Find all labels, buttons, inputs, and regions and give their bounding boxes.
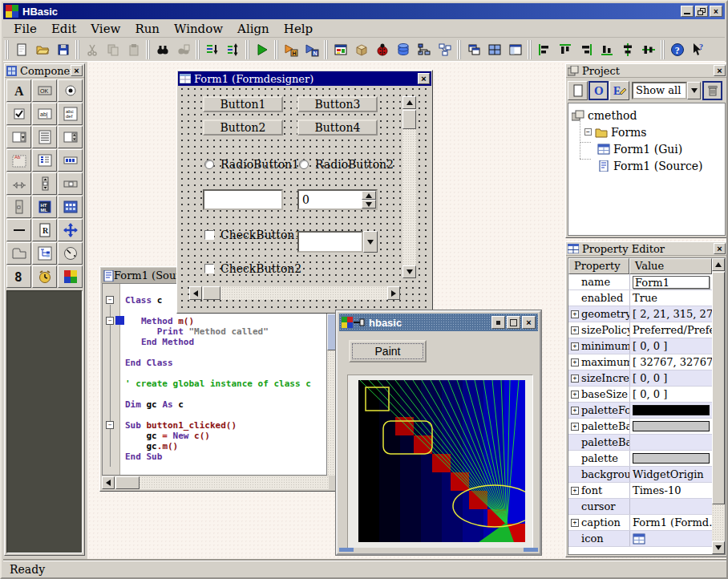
object-browser-button[interactable]: O xyxy=(588,81,609,100)
scroll-left-button[interactable] xyxy=(189,286,202,300)
scroll-up-button[interactable] xyxy=(402,96,416,109)
run-window-titlebar[interactable]: hbasic × xyxy=(339,314,538,331)
form-hscrollbar[interactable] xyxy=(189,286,400,300)
property-value[interactable]: [ 0, 0 ] xyxy=(629,370,712,386)
find-button[interactable] xyxy=(152,39,173,60)
property-row-font[interactable]: +fontTimes-10 xyxy=(568,483,712,499)
new-form-button[interactable] xyxy=(568,81,588,100)
property-value[interactable]: Form1 (Formd... xyxy=(629,515,712,530)
fold-collapse-icon[interactable]: − xyxy=(106,317,114,325)
run-maximize-button[interactable] xyxy=(507,316,520,329)
source-hscrollbar[interactable] xyxy=(102,476,329,489)
form-spinbox[interactable]: 0 xyxy=(297,189,378,210)
component-timer-button[interactable] xyxy=(32,265,57,288)
window-tile-button[interactable] xyxy=(484,39,505,60)
expand-icon[interactable]: + xyxy=(571,375,579,383)
property-row-minimumSize[interactable]: +minimumSize[ 0, 0 ] xyxy=(568,338,712,354)
form-button3[interactable]: Button3 xyxy=(297,96,378,112)
form-checkbutton2[interactable]: CheckButton2 xyxy=(204,262,301,275)
minimize-button[interactable] xyxy=(681,6,694,17)
code-line[interactable]: − Method m() xyxy=(103,316,326,326)
component-multilineedit-button[interactable]: abcdef xyxy=(58,103,83,125)
property-value[interactable]: True xyxy=(629,290,712,306)
code-line[interactable]: gc = New c() xyxy=(103,431,326,441)
expand-icon[interactable]: + xyxy=(571,342,579,350)
form-designer-close-button[interactable]: × xyxy=(418,73,430,84)
menu-edit[interactable]: Edit xyxy=(44,20,83,38)
spin-down-button[interactable] xyxy=(362,200,376,209)
property-value[interactable] xyxy=(629,499,712,514)
tree-item-cmethod[interactable]: cmethod xyxy=(572,107,637,123)
menu-window[interactable]: Window xyxy=(167,20,230,38)
component-tabwidget-button[interactable] xyxy=(6,242,31,265)
property-value[interactable]: [ 2, 21, 315, 276 ] xyxy=(629,306,712,322)
component-progressbar-button[interactable] xyxy=(58,149,83,172)
project-panel-titlebar[interactable]: Project × xyxy=(566,64,727,78)
form-checkbutton1[interactable]: CheckButton1 xyxy=(204,229,301,241)
value-column-header[interactable]: Value xyxy=(629,258,712,274)
run-html-button[interactable]: H xyxy=(281,39,301,60)
component-vscrollbar-button[interactable] xyxy=(32,172,57,195)
component-spinbox-button[interactable] xyxy=(58,126,83,148)
pin-icon[interactable] xyxy=(353,318,366,327)
property-value[interactable]: WidgetOrigin xyxy=(629,467,712,482)
save-file-button[interactable] xyxy=(53,39,74,60)
component-groupbox-button[interactable]: Ab xyxy=(6,149,31,172)
form-radiobutton2[interactable]: RadioButton2 xyxy=(299,158,394,171)
form-button2[interactable]: Button2 xyxy=(203,119,283,136)
component-hline-button[interactable] xyxy=(6,219,31,241)
run-interpreter-button[interactable]: N xyxy=(301,39,322,60)
class-browser-button[interactable] xyxy=(414,39,435,60)
property-value[interactable] xyxy=(629,419,712,434)
expand-icon[interactable]: + xyxy=(571,326,579,334)
scroll-down-button[interactable] xyxy=(402,265,416,278)
code-line[interactable]: gc.m() xyxy=(103,441,326,451)
scroll-thumb[interactable] xyxy=(115,476,140,489)
new-file-button[interactable] xyxy=(11,39,32,60)
copy-button[interactable] xyxy=(103,39,123,60)
form-editor-button[interactable] xyxy=(330,39,351,60)
edit-source-button[interactable]: E xyxy=(609,81,629,100)
whats-this-button[interactable]: ? xyxy=(688,39,709,60)
form-radiobutton1[interactable]: RadioButton1 xyxy=(204,158,299,171)
paste-button[interactable] xyxy=(123,39,144,60)
property-row-paletteFor[interactable]: +paletteFor... xyxy=(568,403,712,419)
component-pixmap-button[interactable] xyxy=(58,265,83,288)
form-button1[interactable]: Button1 xyxy=(203,96,283,112)
scroll-thumb[interactable] xyxy=(402,110,416,129)
code-line[interactable]: End Method xyxy=(103,337,326,347)
run-button[interactable] xyxy=(252,39,273,60)
align-center-h-button[interactable] xyxy=(617,39,638,60)
code-line[interactable]: −Sub button1_clicked() xyxy=(103,420,326,431)
spin-up-button[interactable] xyxy=(362,191,376,200)
form-lineedit[interactable] xyxy=(203,189,283,210)
components-button[interactable] xyxy=(351,39,372,60)
run-close-button[interactable]: × xyxy=(522,316,536,329)
property-row-paletteBac[interactable]: paletteBac... xyxy=(568,435,712,451)
expand-icon[interactable]: + xyxy=(571,358,579,366)
component-label-button[interactable]: A xyxy=(6,79,31,102)
component-lineedit-button[interactable]: ab| xyxy=(32,103,57,125)
fold-collapse-icon[interactable]: − xyxy=(106,421,114,429)
component-treeview-button[interactable] xyxy=(32,242,57,265)
menu-run[interactable]: Run xyxy=(127,20,167,38)
align-right-button[interactable] xyxy=(576,39,597,60)
component-lcdnumber-button[interactable]: 8 xyxy=(6,265,31,288)
component-hscrollbar-button[interactable] xyxy=(58,172,83,195)
property-row-icon[interactable]: icon xyxy=(568,531,712,547)
form-combobox[interactable] xyxy=(297,231,378,253)
component-palette-titlebar[interactable]: Componen... × xyxy=(5,64,84,78)
scroll-thumb[interactable] xyxy=(712,272,725,504)
database-button[interactable] xyxy=(393,39,414,60)
fold-collapse-icon[interactable]: − xyxy=(106,296,114,304)
property-value[interactable]: [ 0, 0 ] xyxy=(629,338,712,354)
property-editor-close-button[interactable]: × xyxy=(714,243,726,254)
title-bar[interactable]: HBasic × xyxy=(3,3,725,19)
window-cascade-button[interactable] xyxy=(463,39,484,60)
scroll-track[interactable] xyxy=(115,476,329,489)
property-row-geometry[interactable]: +geometry[ 2, 21, 315, 276 ] xyxy=(568,306,712,322)
component-radiobutton-button[interactable] xyxy=(58,79,83,102)
tree-item-forms[interactable]: −Forms xyxy=(584,123,647,140)
scroll-track[interactable] xyxy=(202,286,387,300)
run-window-resize-bar[interactable] xyxy=(339,548,538,552)
